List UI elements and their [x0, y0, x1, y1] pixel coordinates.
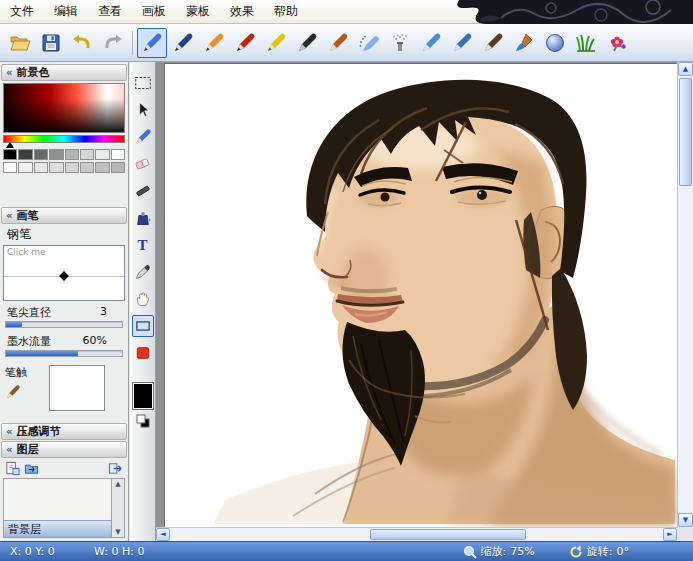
menu-item-mask[interactable]: 蒙板	[176, 0, 220, 24]
move-tool[interactable]	[132, 99, 154, 121]
dark-brush-tool-button[interactable]	[478, 28, 508, 58]
paint-brush-tool-button[interactable]	[509, 28, 539, 58]
flower-tool-button[interactable]	[602, 28, 632, 58]
pen-icon	[134, 128, 152, 146]
color-swatch[interactable]	[80, 162, 94, 173]
color-swatch[interactable]	[3, 149, 17, 160]
vertical-scrollbar[interactable]: ▲ ▼	[677, 62, 693, 527]
horizontal-scroll-track[interactable]	[170, 528, 663, 541]
brush-header[interactable]: « 画笔	[1, 207, 127, 224]
red-swatch-tool[interactable]	[132, 342, 154, 364]
blend-sphere-tool-button[interactable]	[540, 28, 570, 58]
color-swatch[interactable]	[95, 149, 109, 160]
vertical-scroll-track[interactable]	[678, 76, 693, 513]
text-tool[interactable]: T	[132, 234, 154, 256]
color-gradient-field[interactable]	[3, 83, 125, 133]
vertical-scroll-thumb[interactable]	[679, 78, 692, 186]
pressure-header[interactable]: « 压感调节	[1, 423, 127, 440]
charcoal-tool-button[interactable]	[292, 28, 322, 58]
scroll-up-button[interactable]: ▲	[678, 62, 693, 76]
marquee-select-tool[interactable]	[132, 72, 154, 94]
open-button[interactable]	[5, 28, 35, 58]
curve-point-handle[interactable]	[59, 271, 69, 281]
status-coordinates: X: 0 Y: 0	[4, 545, 88, 558]
color-swatch[interactable]	[34, 162, 48, 173]
scroll-up-icon[interactable]: ▲	[115, 480, 120, 488]
menu-item-view[interactable]: 查看	[88, 0, 132, 24]
redo-button[interactable]	[98, 28, 128, 58]
charcoal-stick-tool[interactable]	[132, 180, 154, 202]
scroll-right-button[interactable]: ►	[663, 528, 677, 541]
color-swatch[interactable]	[34, 149, 48, 160]
hue-slider-marker[interactable]	[6, 142, 14, 148]
color-swatch[interactable]	[111, 162, 125, 173]
layers-header[interactable]: « 图层	[1, 441, 127, 458]
ballpoint-tool-button[interactable]	[230, 28, 260, 58]
layer-options-icon[interactable]	[108, 461, 123, 476]
hue-slider[interactable]	[3, 135, 125, 148]
undo-button[interactable]	[67, 28, 97, 58]
hue-bar[interactable]	[3, 135, 125, 143]
color-swatch[interactable]	[80, 149, 94, 160]
collapse-icon: «	[6, 444, 12, 455]
menu-item-effects[interactable]: 效果	[220, 0, 264, 24]
add-layer-icon[interactable]	[5, 461, 20, 476]
scroll-left-button[interactable]: ◄	[156, 528, 170, 541]
color-swatch[interactable]	[95, 162, 109, 173]
zoom-indicator[interactable]: 缩放: 75%	[463, 544, 535, 559]
tip-diameter-slider[interactable]	[5, 321, 123, 328]
paint-brush-icon	[513, 32, 535, 54]
color-swatch[interactable]	[49, 162, 63, 173]
color-swatch[interactable]	[18, 162, 32, 173]
pastel-tool-button[interactable]	[323, 28, 353, 58]
layer-item-background[interactable]: 背景层	[4, 520, 111, 537]
scroll-down-icon[interactable]: ▼	[115, 528, 120, 536]
fill-tool[interactable]	[132, 207, 154, 229]
hand-tool[interactable]	[132, 288, 154, 310]
foreground-color-well[interactable]	[133, 383, 153, 409]
menu-item-help[interactable]: 帮助	[264, 0, 308, 24]
color-swatch[interactable]	[18, 149, 32, 160]
tip-diameter-label: 笔尖直径	[7, 305, 51, 320]
watercolor-tool-button[interactable]	[416, 28, 446, 58]
eraser-tool[interactable]	[132, 153, 154, 175]
pencil-tool-button[interactable]	[199, 28, 229, 58]
horizontal-scrollbar[interactable]: ◄ ►	[156, 527, 677, 541]
menu-bar: 文件 编辑 查看 画板 蒙板 效果 帮助	[0, 0, 693, 24]
duplicate-layer-icon[interactable]	[24, 461, 39, 476]
marker-tool-button[interactable]	[261, 28, 291, 58]
color-swatch[interactable]	[65, 149, 79, 160]
rotation-indicator[interactable]: 旋转: 0°	[569, 544, 629, 559]
ink-pen-tool-button[interactable]	[168, 28, 198, 58]
foreground-color-header[interactable]: « 前景色	[1, 64, 127, 81]
brush-type-label: 钢笔	[1, 224, 127, 243]
charcoal-stick-icon	[134, 182, 152, 200]
color-swatch[interactable]	[3, 162, 17, 173]
pen-tool[interactable]	[132, 126, 154, 148]
scroll-down-button[interactable]: ▼	[678, 513, 693, 527]
eyedropper-tool[interactable]	[132, 261, 154, 283]
layers-title: 图层	[16, 442, 38, 457]
canvas[interactable]	[165, 64, 677, 527]
grass-tool-button[interactable]	[571, 28, 601, 58]
pressure-title: 压感调节	[16, 424, 60, 439]
flat-brush-tool-button[interactable]	[447, 28, 477, 58]
save-button[interactable]	[36, 28, 66, 58]
brush-curve-editor[interactable]: Click me	[3, 245, 125, 301]
horizontal-scroll-thumb[interactable]	[370, 529, 526, 540]
ink-flow-slider[interactable]	[5, 350, 123, 357]
layer-list-scrollbar[interactable]: ▲ ▼	[111, 479, 124, 537]
color-swatch[interactable]	[65, 162, 79, 173]
color-swatch[interactable]	[111, 149, 125, 160]
pen-icon	[141, 32, 163, 54]
spray-tool-button[interactable]	[385, 28, 415, 58]
swap-colors-icon[interactable]	[136, 414, 150, 428]
text-tool-icon: T	[137, 237, 147, 254]
menu-item-edit[interactable]: 编辑	[44, 0, 88, 24]
rectangle-tool[interactable]	[132, 315, 154, 337]
airbrush-tool-button[interactable]	[354, 28, 384, 58]
pen-tool-button[interactable]	[137, 28, 167, 58]
menu-item-canvas[interactable]: 画板	[132, 0, 176, 24]
menu-item-file[interactable]: 文件	[0, 0, 44, 24]
color-swatch[interactable]	[49, 149, 63, 160]
